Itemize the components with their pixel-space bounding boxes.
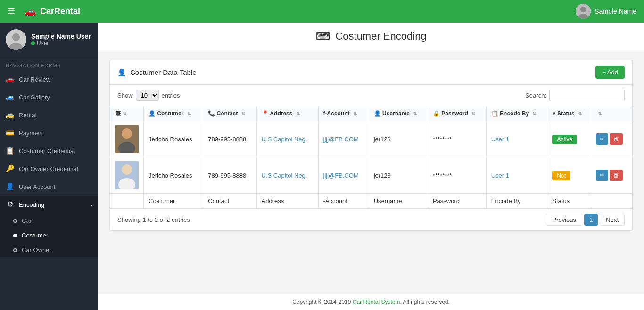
sidebar-item-car-owner-credential[interactable]: 🔑 Car Owner Credential	[0, 160, 98, 178]
data-table: 🖼⇅ 👤 Costumer ⇅ 📞 Contact ⇅ 📍 Address ⇅ …	[110, 106, 632, 209]
edit-button[interactable]: ✏	[596, 170, 608, 181]
navbar-avatar	[576, 4, 591, 19]
footer-status: Status	[547, 194, 591, 209]
main-layout: Sample Name User User Navigation Forms 🚗…	[0, 23, 644, 310]
col-account: f-Account ⇅	[318, 106, 369, 121]
encoding-sub-car[interactable]: Car	[0, 213, 98, 228]
pagination: Previous 1 Next	[546, 214, 625, 226]
footer-costumer: Costumer	[144, 194, 203, 209]
prev-button[interactable]: Previous	[546, 214, 582, 226]
car-owner-dot-icon	[13, 248, 17, 252]
navbar-user: Sample Name	[576, 4, 636, 19]
content-body: 👤 Costumer Data Table + Add Show 10 25 5…	[98, 50, 644, 294]
cell-name: Jericho Rosales	[144, 121, 203, 157]
delete-button[interactable]: 🗑	[610, 133, 623, 145]
table-body: Jericho Rosales789-995-8888U.S Capitol N…	[110, 121, 632, 194]
next-button[interactable]: Next	[600, 214, 625, 226]
svg-point-10	[122, 164, 132, 175]
delete-button[interactable]: 🗑	[610, 170, 623, 181]
footer-text: Copyright © 2014-2019	[292, 299, 353, 305]
person-icon: 👤	[117, 68, 126, 77]
col-username: 👤 Username ⇅	[369, 106, 428, 121]
car-review-icon: 🚗	[6, 75, 14, 83]
cell-status: Not	[547, 157, 591, 194]
footer-password: Password	[428, 194, 486, 209]
table-card-title: 👤 Costumer Data Table	[117, 68, 197, 77]
search-box: Search:	[525, 90, 625, 101]
table-card-header: 👤 Costumer Data Table + Add	[110, 60, 632, 85]
footer-text2: . All rights reserved.	[400, 299, 449, 305]
cell-account: jjjj@FB.COM	[318, 157, 369, 194]
sidebar-profile-name: Sample Name User	[31, 33, 91, 40]
sidebar-item-label: Payment	[19, 130, 92, 137]
svg-point-1	[580, 7, 586, 12]
cell-name: Jericho Rosales	[144, 157, 203, 194]
cell-photo	[110, 121, 144, 157]
sidebar-item-user-account[interactable]: 👤 User Account	[0, 178, 98, 196]
edit-button[interactable]: ✏	[596, 133, 608, 145]
username-col-icon: 👤	[374, 110, 381, 117]
sidebar-item-label: Costumer Credential	[19, 147, 92, 155]
car-brand-icon: 🚗	[25, 6, 36, 17]
cell-contact: 789-995-8888	[203, 157, 256, 194]
sidebar-profile: Sample Name User User	[0, 23, 98, 57]
encoding-sub-costumer[interactable]: Costumer	[0, 228, 98, 243]
sidebar-item-encoding[interactable]: ⚙ Encoding ‹	[0, 196, 98, 213]
brand-name: CarRental	[40, 7, 80, 16]
sidebar-item-payment[interactable]: 💳 Payment	[0, 124, 98, 142]
page-title-text: Costumer Encoding	[335, 30, 426, 42]
encoding-submenu: Car Costumer Car Owner	[0, 213, 98, 257]
footer-actions	[591, 194, 632, 209]
costumer-dot-icon	[13, 234, 17, 237]
search-input[interactable]	[549, 90, 625, 101]
sidebar: Sample Name User User Navigation Forms 🚗…	[0, 23, 98, 310]
col-actions: ⇅	[591, 106, 632, 121]
payment-icon: 💳	[6, 129, 14, 137]
hamburger-menu[interactable]: ☰	[8, 6, 15, 16]
table-controls: Show 10 25 50 entries Search:	[110, 85, 632, 106]
costumer-col-icon: 👤	[149, 110, 156, 117]
car-dot-icon	[13, 219, 17, 223]
encoding-sub-car-owner-label: Car Owner	[22, 246, 51, 253]
footer-account: -Account	[318, 194, 369, 209]
show-label: Show	[117, 92, 133, 99]
cell-encode-by: User 1	[486, 157, 547, 194]
sidebar-item-car-review[interactable]: 🚗 Car Review	[0, 70, 98, 88]
col-address: 📍 Address ⇅	[256, 106, 318, 121]
account-col-icon: f	[323, 110, 325, 117]
entries-select[interactable]: 10 25 50	[136, 90, 159, 101]
page-number[interactable]: 1	[584, 214, 598, 226]
encoding-sub-costumer-label: Costumer	[22, 232, 48, 239]
add-button[interactable]: + Add	[595, 66, 625, 79]
cell-account: jjjj@FB.COM	[318, 121, 369, 157]
status-badge: Active	[552, 135, 577, 144]
cell-address: U.S Capitol Neg.	[256, 121, 318, 157]
footer-link[interactable]: Car Rental System	[353, 299, 400, 305]
sidebar-item-rental[interactable]: 🚕 Rental	[0, 106, 98, 124]
sidebar-item-car-gallery[interactable]: 🚙 Car Gallery	[0, 88, 98, 106]
encode-col-icon: 📋	[491, 110, 498, 117]
photo-icon: 🖼	[115, 110, 121, 117]
password-col-icon: 🔒	[433, 110, 440, 117]
showing-text: Showing 1 to 2 of 2 entries	[117, 216, 190, 223]
sidebar-item-costumer-credential[interactable]: 📋 Costumer Credential	[0, 142, 98, 160]
contact-col-icon: 📞	[208, 110, 215, 117]
cell-actions: ✏🗑	[591, 121, 632, 157]
navbar-username: Sample Name	[594, 8, 636, 15]
table-row: Jericho Rosales789-995-8888U.S Capitol N…	[110, 157, 632, 194]
col-costumer: 👤 Costumer ⇅	[144, 106, 203, 121]
cell-password: ********	[428, 121, 486, 157]
online-indicator	[31, 41, 35, 45]
col-encode-by: 📋 Encode By ⇅	[486, 106, 547, 121]
svg-point-7	[122, 128, 132, 139]
cell-photo	[110, 157, 144, 194]
footer: Copyright © 2014-2019 Car Rental System.…	[98, 294, 644, 310]
encoding-sub-car-owner[interactable]: Car Owner	[0, 243, 98, 257]
entries-label: entries	[162, 92, 180, 99]
brand-logo: 🚗 CarRental	[25, 6, 80, 17]
table-footer: Showing 1 to 2 of 2 entries Previous 1 N…	[110, 209, 632, 230]
rental-icon: 🚕	[6, 111, 14, 119]
table-row: Jericho Rosales789-995-8888U.S Capitol N…	[110, 121, 632, 157]
search-label: Search:	[525, 92, 546, 99]
page-header: ⌨ Costumer Encoding	[98, 23, 644, 50]
